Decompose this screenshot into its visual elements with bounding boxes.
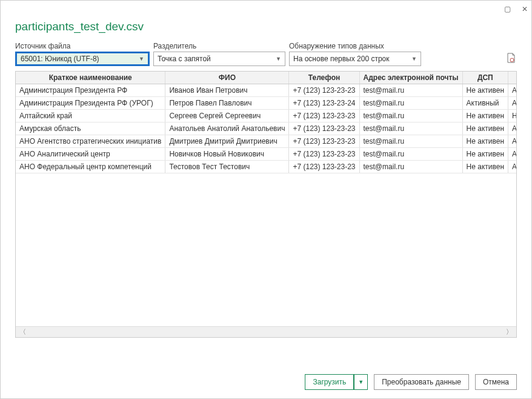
table-cell: Сергеев Сергей Сергеевич xyxy=(165,110,289,122)
file-origin-dropdown[interactable]: 65001: Юникод (UTF-8) ▼ xyxy=(15,52,150,66)
table-cell: +7 (123) 123-23-24 xyxy=(289,97,359,110)
table-cell: Не активен xyxy=(508,110,516,122)
table-cell: Не активен xyxy=(462,84,508,97)
load-dropdown-toggle[interactable]: ▼ xyxy=(354,374,368,390)
horizontal-scrollbar[interactable]: 〈 〉 xyxy=(16,326,516,337)
table-cell: Активный xyxy=(508,97,516,110)
table-cell: +7 (123) 123-23-23 xyxy=(289,84,359,97)
file-origin-label: Источник файла xyxy=(15,42,150,50)
titlebar: ▢ ✕ xyxy=(1,1,531,18)
table-row[interactable]: АНО Агентство стратегических инициативДм… xyxy=(16,135,516,148)
table-row[interactable]: Алтайский крайСергеев Сергей Сергеевич+7… xyxy=(16,110,516,122)
table-cell: АНО Аналитический центр xyxy=(16,148,165,161)
table-cell: +7 (123) 123-23-23 xyxy=(289,161,359,173)
table-cell: test@mail.ru xyxy=(359,97,462,110)
table-cell: Дмитриев Дмитрий Дмитриевич xyxy=(165,135,289,148)
file-origin-group: Источник файла 65001: Юникод (UTF-8) ▼ xyxy=(15,42,150,66)
table-cell: test@mail.ru xyxy=(359,161,462,173)
svg-point-0 xyxy=(510,58,514,62)
table-row[interactable]: Администрация Президента РФ (УРОГ)Петров… xyxy=(16,97,516,110)
chevron-down-icon: ▼ xyxy=(411,56,417,62)
detect-label: Обнаружение типов данных xyxy=(289,42,421,50)
col-header[interactable]: ДСП xyxy=(462,72,508,84)
footer: Загрузить ▼ Преобразовать данные Отмена xyxy=(1,367,531,398)
cancel-button-label: Отмена xyxy=(483,378,509,386)
table-cell: Иванов Иван Петрович xyxy=(165,84,289,97)
table-cell: Анатольев Анатолий Анатольевич xyxy=(165,122,289,135)
table-cell: Тестовов Тест Тестович xyxy=(165,161,289,173)
close-icon[interactable]: ✕ xyxy=(522,5,528,13)
delimiter-dropdown[interactable]: Точка с запятой ▼ xyxy=(153,52,285,66)
table-cell: Активный xyxy=(462,97,508,110)
table-cell: Администрация Президента РФ xyxy=(16,84,165,97)
col-header[interactable]: Адрес электронной почты xyxy=(359,72,462,84)
table-scroll[interactable]: Краткое наименование ФИО Телефон Адрес э… xyxy=(16,72,516,326)
chevron-down-icon: ▼ xyxy=(139,56,144,62)
load-button-label: Загрузить xyxy=(313,378,346,386)
scroll-left-icon[interactable]: 〈 xyxy=(19,327,26,337)
table-cell: Алтайский край xyxy=(16,110,165,122)
transform-button[interactable]: Преобразовать данные xyxy=(374,374,469,390)
col-header[interactable]: Краткое наименование xyxy=(16,72,165,84)
file-origin-value: 65001: Юникод (UTF-8) xyxy=(21,55,99,63)
table-cell: +7 (123) 123-23-23 xyxy=(289,110,359,122)
detect-group: Обнаружение типов данных На основе первы… xyxy=(289,42,421,66)
import-dialog: ▢ ✕ participants_test_dev.csv Источник ф… xyxy=(0,0,532,399)
table-cell: test@mail.ru xyxy=(359,110,462,122)
controls-row: Источник файла 65001: Юникод (UTF-8) ▼ Р… xyxy=(15,42,517,66)
load-button[interactable]: Загрузить xyxy=(305,374,354,390)
content-area: participants_test_dev.csv Источник файла… xyxy=(1,18,531,71)
preview-table-wrap: Краткое наименование ФИО Телефон Адрес э… xyxy=(15,71,517,338)
table-cell: АНО Федеральный центр компетенций xyxy=(16,161,165,173)
table-cell: Амурская область xyxy=(16,122,165,135)
cancel-button[interactable]: Отмена xyxy=(475,374,517,390)
table-cell: +7 (123) 123-23-23 xyxy=(289,148,359,161)
table-cell: Активный xyxy=(508,161,516,173)
refresh-icon[interactable] xyxy=(505,52,517,65)
transform-button-label: Преобразовать данные xyxy=(382,378,461,386)
table-cell: test@mail.ru xyxy=(359,135,462,148)
table-row[interactable]: Амурская областьАнатольев Анатолий Анато… xyxy=(16,122,516,135)
table-cell: +7 (123) 123-23-23 xyxy=(289,122,359,135)
file-title: participants_test_dev.csv xyxy=(15,20,517,33)
delimiter-label: Разделитель xyxy=(153,42,285,50)
col-header[interactable]: Статус xyxy=(508,72,516,84)
table-cell: Петров Павел Павлович xyxy=(165,97,289,110)
table-cell: Активный xyxy=(508,122,516,135)
col-header[interactable]: Телефон xyxy=(289,72,359,84)
table-cell: Не активен xyxy=(462,122,508,135)
table-row[interactable]: АНО Федеральный центр компетенцийТестово… xyxy=(16,161,516,173)
table-cell: Активный xyxy=(508,148,516,161)
table-cell: АНО Агентство стратегических инициатив xyxy=(16,135,165,148)
table-cell: Администрация Президента РФ (УРОГ) xyxy=(16,97,165,110)
table-cell: Не активен xyxy=(462,135,508,148)
delimiter-group: Разделитель Точка с запятой ▼ xyxy=(153,42,285,66)
table-cell: Не активен xyxy=(462,148,508,161)
table-row[interactable]: АНО Аналитический центрНовичков Новый Но… xyxy=(16,148,516,161)
table-cell: test@mail.ru xyxy=(359,148,462,161)
table-cell: Не активен xyxy=(462,110,508,122)
table-cell: +7 (123) 123-23-23 xyxy=(289,135,359,148)
detect-dropdown[interactable]: На основе первых 200 строк ▼ xyxy=(289,52,421,66)
load-split-button[interactable]: Загрузить ▼ xyxy=(305,374,368,390)
table-header-row: Краткое наименование ФИО Телефон Адрес э… xyxy=(16,72,516,84)
chevron-down-icon: ▼ xyxy=(276,56,281,62)
maximize-icon[interactable]: ▢ xyxy=(504,5,511,13)
table-row[interactable]: Администрация Президента РФИванов Иван П… xyxy=(16,84,516,97)
scroll-right-icon[interactable]: 〉 xyxy=(506,327,513,337)
table-cell: Не активен xyxy=(462,161,508,173)
table-cell: Новичков Новый Новикович xyxy=(165,148,289,161)
table-cell: test@mail.ru xyxy=(359,84,462,97)
table-cell: test@mail.ru xyxy=(359,122,462,135)
col-header[interactable]: ФИО xyxy=(165,72,289,84)
table-cell: Активный xyxy=(508,135,516,148)
delimiter-value: Точка с запятой xyxy=(158,55,211,63)
detect-value: На основе первых 200 строк xyxy=(293,55,390,63)
preview-table: Краткое наименование ФИО Телефон Адрес э… xyxy=(16,72,516,173)
table-cell: Активный xyxy=(508,84,516,97)
